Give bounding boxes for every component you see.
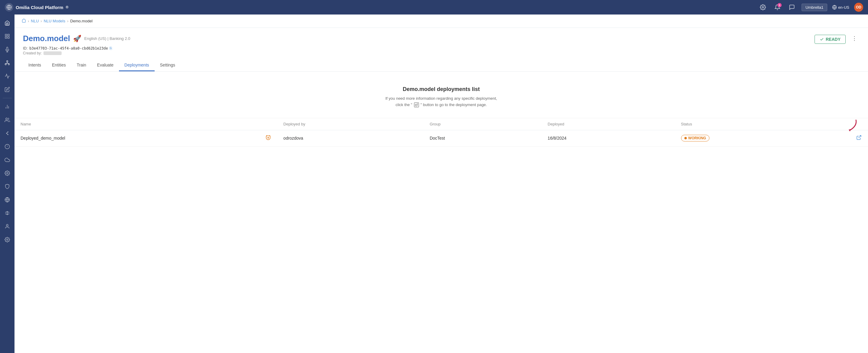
tab-entities[interactable]: Entities — [46, 60, 71, 71]
id-label: ID: — [23, 46, 28, 51]
breadcrumb-nlu[interactable]: NLU — [31, 19, 39, 23]
cell-status: WORKING — [675, 130, 850, 146]
ready-label: READY — [826, 37, 840, 42]
col-group: Group — [424, 118, 542, 130]
svg-line-14 — [6, 63, 7, 64]
body-layout: › NLU › NLU Models › Demo.model Demo.mod… — [0, 14, 868, 353]
col-name: Name — [14, 118, 259, 130]
sidebar-item-connect[interactable] — [1, 127, 13, 139]
sidebar-item-edit[interactable] — [1, 83, 13, 95]
meta-sep: | — [107, 36, 110, 41]
user-avatar[interactable]: OD — [854, 3, 863, 12]
tabs-bar: Intents Entities Train Evaluate Deployme… — [23, 60, 860, 71]
open-deployment-icon[interactable] — [856, 136, 862, 141]
sidebar-item-chart[interactable] — [1, 101, 13, 113]
svg-line-23 — [7, 132, 8, 133]
breadcrumb-sep-1: › — [28, 19, 29, 23]
cell-debug-icon — [259, 130, 277, 146]
sidebar-item-home[interactable] — [1, 17, 13, 29]
sidebar-item-analytics[interactable] — [1, 70, 13, 82]
page-id-row: ID: b3e47703-71ac-45f4-a8a0-cbd62b1e23de… — [23, 46, 860, 51]
domain-label: Banking 2.0 — [110, 36, 130, 41]
more-options-button[interactable]: ⋮ — [849, 34, 860, 43]
sidebar-item-shield[interactable] — [1, 180, 13, 193]
breadcrumb-home[interactable] — [22, 19, 26, 24]
page-header-actions: READY ⋮ — [814, 34, 860, 45]
svg-point-10 — [7, 61, 8, 62]
sidebar-item-config[interactable] — [1, 234, 13, 246]
page-header-top: Demo.model 🚀 English (US) | Banking 2.0 — [23, 34, 860, 45]
breadcrumb-nlu-models[interactable]: NLU Models — [44, 19, 65, 23]
created-label: Created by: — [23, 51, 42, 55]
bug-icon[interactable] — [265, 136, 271, 142]
deployments-section-title: Demo.model deployments list — [21, 86, 862, 92]
app-name: Omilia Cloud Platform — [16, 5, 63, 10]
svg-rect-5 — [8, 34, 9, 36]
id-value: b3e47703-71ac-45f4-a8a0-cbd62b1e23de — [29, 46, 108, 51]
sidebar-item-profile[interactable] — [1, 220, 13, 232]
workspace-selector[interactable]: Umbrella1 — [802, 4, 827, 11]
tab-deployments[interactable]: Deployments — [119, 60, 155, 71]
svg-line-38 — [859, 136, 861, 138]
sidebar-item-voice[interactable] — [1, 43, 13, 56]
svg-point-12 — [5, 63, 7, 65]
sidebar-item-insights[interactable] — [1, 141, 13, 153]
sidebar-item-settings[interactable] — [1, 167, 13, 179]
top-navigation: Omilia Cloud Platform® 1 Umbrella1 — [0, 0, 868, 14]
language-label: English (US) — [84, 36, 106, 41]
svg-point-32 — [6, 224, 8, 226]
deployments-description: If you need more information regarding a… — [21, 95, 862, 108]
col-status: Status — [675, 118, 850, 130]
notification-badge: 1 — [777, 3, 782, 7]
ready-button[interactable]: READY — [814, 35, 846, 44]
svg-point-13 — [8, 63, 10, 65]
deployments-section-header: Demo.model deployments list If you need … — [14, 71, 868, 118]
svg-rect-4 — [5, 34, 7, 36]
cell-deployed-by: odrozdova — [277, 130, 424, 146]
status-badge: WORKING — [681, 135, 709, 142]
table-body: Deployed_demo_model — [14, 130, 868, 146]
sidebar-item-modules[interactable] — [1, 30, 13, 42]
cell-deployed-date: 16/8/2024 — [541, 130, 675, 146]
tab-evaluate[interactable]: Evaluate — [92, 60, 119, 71]
breadcrumb-sep-3: › — [67, 19, 68, 23]
cell-group: DocTest — [424, 130, 542, 146]
sidebar-item-users[interactable] — [1, 114, 13, 126]
tab-settings[interactable]: Settings — [155, 60, 181, 71]
notification-icon[interactable]: 1 — [773, 2, 782, 12]
sidebar-item-scale[interactable] — [1, 207, 13, 219]
sidebar — [0, 14, 14, 353]
breadcrumb-current: Demo.model — [70, 19, 93, 23]
deployments-content: Demo.model deployments list If you need … — [14, 71, 868, 353]
status-label: WORKING — [688, 136, 706, 140]
page-created-row: Created by: — [23, 51, 860, 55]
svg-rect-6 — [8, 37, 9, 38]
svg-line-15 — [7, 63, 9, 64]
cell-action — [850, 130, 868, 146]
page-title-meta: English (US) | Banking 2.0 — [84, 36, 130, 41]
page-header: Demo.model 🚀 English (US) | Banking 2.0 — [14, 28, 868, 71]
page-title: Demo.model 🚀 English (US) | Banking 2.0 — [23, 34, 814, 43]
messages-icon[interactable] — [787, 2, 797, 12]
trademark: ® — [66, 5, 68, 9]
logo-icon — [5, 3, 13, 11]
svg-point-1 — [762, 7, 764, 8]
sidebar-item-nlu[interactable] — [1, 57, 13, 69]
svg-point-21 — [8, 132, 8, 133]
tab-intents[interactable]: Intents — [23, 60, 46, 71]
sidebar-item-network[interactable] — [1, 194, 13, 206]
table-header: Name Deployed by Group Deployed Status — [14, 118, 868, 130]
cell-name: Deployed_demo_model — [14, 130, 259, 146]
copy-id-button[interactable]: ⎘ — [110, 46, 112, 51]
tab-train[interactable]: Train — [71, 60, 92, 71]
breadcrumb-sep-2: › — [40, 19, 42, 23]
col-deployed-by-icon — [259, 118, 277, 130]
top-nav-actions: 1 Umbrella1 en-US OD — [758, 2, 863, 12]
language-selector[interactable]: en-US — [832, 5, 849, 10]
settings-icon[interactable] — [758, 2, 768, 12]
rocket-emoji: 🚀 — [73, 35, 81, 42]
app-logo: Omilia Cloud Platform® — [5, 3, 68, 11]
language-label: en-US — [838, 5, 849, 10]
svg-point-19 — [6, 118, 7, 120]
sidebar-item-cloud[interactable] — [1, 154, 13, 166]
